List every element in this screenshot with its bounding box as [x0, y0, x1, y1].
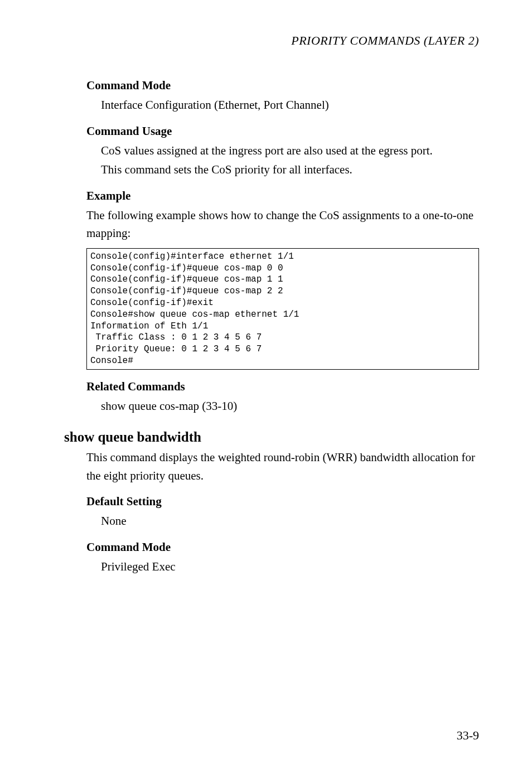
command-description: This command displays the weighted round…	[86, 448, 479, 485]
usage-line-2: This command sets the CoS priority for a…	[101, 161, 479, 179]
heading-example: Example	[86, 189, 479, 203]
command-title: show queue bandwidth	[64, 429, 479, 445]
page-content: PRIORITY COMMANDS (LAYER 2) Command Mode…	[0, 0, 532, 604]
command-mode-body-2: Privileged Exec	[101, 558, 479, 576]
usage-line-1: CoS values assigned at the ingress port …	[101, 142, 479, 160]
heading-command-mode-1: Command Mode	[86, 79, 479, 93]
heading-command-usage: Command Usage	[86, 124, 479, 138]
text-command-mode-1: Interface Configuration (Ethernet, Port …	[101, 96, 479, 114]
example-intro: The following example shows how to chang…	[86, 206, 479, 243]
heading-command-mode-2: Command Mode	[86, 540, 479, 554]
page-number: 33-9	[457, 728, 479, 743]
related-commands-body: show queue cos-map (33-10)	[101, 397, 479, 415]
heading-related-commands: Related Commands	[86, 380, 479, 394]
running-header: PRIORITY COMMANDS (LAYER 2)	[86, 33, 479, 48]
code-example: Console(config)#interface ethernet 1/1 C…	[86, 248, 479, 370]
heading-default-setting: Default Setting	[86, 495, 479, 509]
default-setting-body: None	[101, 512, 479, 530]
